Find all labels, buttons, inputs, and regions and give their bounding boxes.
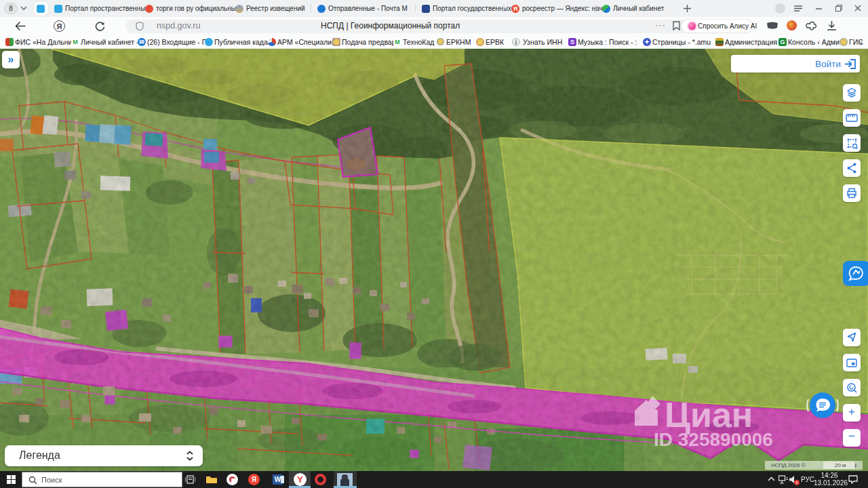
svg-text:НСПД 2026 ©: НСПД 2026 © [771, 462, 806, 468]
svg-text:20 м: 20 м [835, 462, 846, 468]
svg-text:ID 325890006: ID 325890006 [654, 429, 773, 450]
